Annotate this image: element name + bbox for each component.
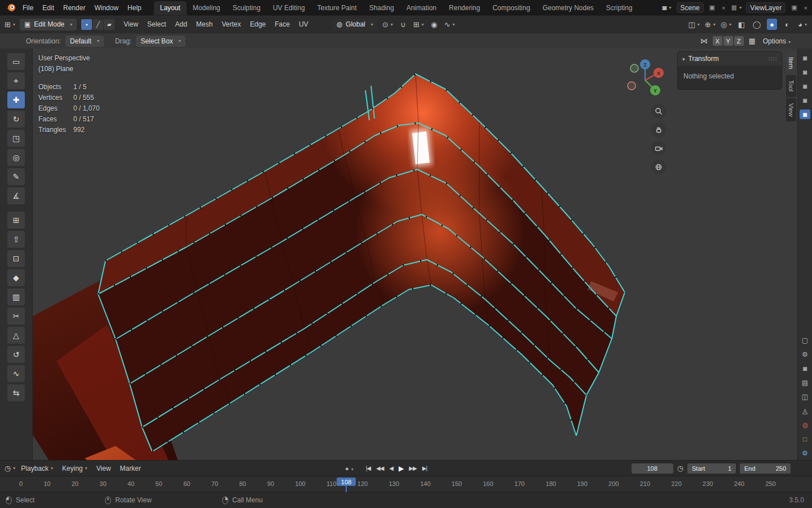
timeline-view-menu[interactable]: View <box>92 462 116 475</box>
show-gizmo-icon[interactable]: ⊕ <box>705 19 716 30</box>
topbar-menu-item[interactable]: Window <box>90 0 123 15</box>
mirror-icon[interactable]: ⋈ <box>699 36 709 47</box>
viewlayer-selector[interactable]: ViewLayer <box>746 2 785 13</box>
rotate-tool[interactable]: ↻ <box>7 111 25 128</box>
workspace-tab[interactable]: Shading <box>363 1 400 15</box>
use-preview-range-icon[interactable]: ◷ <box>677 464 683 472</box>
viewlayer-new-icon[interactable]: ▣ <box>790 4 798 11</box>
viewport-menu-item[interactable]: Vertex <box>217 17 245 31</box>
topbar-menu-item[interactable]: Render <box>59 0 90 15</box>
edge-slide-tool[interactable]: ⇆ <box>7 384 25 401</box>
next-keyframe-button[interactable]: ▶▶ <box>408 465 417 471</box>
timeline-ruler[interactable]: 0102030405060708090100110120130140150160… <box>0 476 812 492</box>
workspace-tab[interactable]: Compositing <box>486 1 536 15</box>
workspace-tab[interactable]: Texture Paint <box>311 1 363 15</box>
sidebar-tab[interactable]: Tool <box>786 75 796 97</box>
scale-tool[interactable]: ◳ <box>7 130 25 147</box>
viewlayer-browse-icon[interactable]: ≣ <box>731 2 742 14</box>
workspace-tab[interactable]: Animation <box>400 1 443 15</box>
toggle-xray-icon[interactable]: ◧ <box>736 19 747 30</box>
shading-solid-icon[interactable]: ● <box>767 19 777 30</box>
restrict-render-icon-4[interactable]: ◙ <box>800 95 810 105</box>
scene-selector[interactable]: Scene <box>677 2 704 13</box>
playhead-frame-badge[interactable]: 108 <box>337 478 356 486</box>
viewport-menu-item[interactable]: Mesh <box>192 17 217 31</box>
viewport-menu-item[interactable]: Select <box>143 17 170 31</box>
transform-pivot-icon[interactable]: ⊙ <box>382 19 393 30</box>
playback-menu[interactable]: Playback <box>16 462 58 475</box>
axis-neg-y-handle[interactable] <box>630 64 638 72</box>
playhead[interactable]: 108 <box>337 478 356 492</box>
show-object-types-icon[interactable]: ◫ <box>688 19 699 30</box>
play-reverse-button[interactable]: ◀ <box>388 465 394 471</box>
navigation-gizmo[interactable]: Z X Y <box>625 54 665 99</box>
jump-to-end-button[interactable]: ▶| <box>421 465 428 471</box>
sidebar-tab[interactable]: View <box>786 98 796 122</box>
pan-button[interactable] <box>651 122 666 137</box>
viewport-canvas[interactable] <box>33 49 797 460</box>
topbar-menu-item[interactable]: File <box>18 0 38 15</box>
bevel-tool[interactable]: ◆ <box>7 269 25 286</box>
active-tool-icon[interactable]: ⚙ <box>800 349 810 359</box>
loop-cut-tool[interactable]: ▥ <box>7 288 25 305</box>
world-properties-icon[interactable]: ◍ <box>800 420 810 430</box>
inset-faces-tool[interactable]: ⊡ <box>7 250 25 267</box>
frame-end-field[interactable]: End 250 <box>740 463 791 474</box>
axis-button[interactable]: Z <box>734 36 744 46</box>
output-properties-icon[interactable]: ▤ <box>800 378 810 387</box>
workspace-tab[interactable]: Scripting <box>600 1 639 15</box>
axis-button[interactable]: Y <box>723 36 733 46</box>
axis-neg-x-handle[interactable] <box>628 82 636 90</box>
scene-browse-icon[interactable]: ◙ <box>662 2 672 14</box>
drag-select[interactable]: Select Box <box>136 36 185 47</box>
move-tool[interactable]: ✚ <box>7 91 25 108</box>
play-button[interactable]: ▶ <box>398 465 404 472</box>
face-select-mode[interactable]: ▰ <box>104 19 114 30</box>
shading-rendered-icon[interactable]: ◕ <box>797 19 807 30</box>
knife-tool[interactable]: ✂ <box>7 308 25 325</box>
viewport-menu-item[interactable]: UV <box>294 17 313 31</box>
sidebar-tab[interactable]: Item <box>786 52 796 74</box>
timeline-editor-type-icon[interactable]: ◷ <box>5 463 15 474</box>
extrude-region-tool[interactable]: ⇧ <box>7 231 25 248</box>
edge-select-mode[interactable]: ╱ <box>92 19 103 30</box>
measure-tool[interactable]: ∡ <box>7 187 25 204</box>
shading-wireframe-icon[interactable]: ◯ <box>752 19 762 30</box>
restrict-render-icon-1[interactable]: ◙ <box>800 53 810 63</box>
view-layer-properties-icon[interactable]: ◫ <box>800 392 810 401</box>
workspace-tab[interactable]: Rendering <box>443 1 486 15</box>
topbar-menu-item[interactable]: Edit <box>38 0 59 15</box>
snap-target-icon[interactable]: ⊞ <box>413 19 424 30</box>
shading-material-icon[interactable]: ◐ <box>782 19 792 30</box>
viewlayer-remove-icon[interactable]: × <box>803 5 809 11</box>
scene-unlink-icon[interactable]: × <box>721 5 726 11</box>
workspace-tab[interactable]: Geometry Nodes <box>536 1 600 15</box>
blender-logo-icon[interactable] <box>3 0 18 15</box>
restrict-render-icon-5[interactable]: ◙ <box>800 110 810 119</box>
viewport-menu-item[interactable]: Add <box>170 17 191 31</box>
marker-menu[interactable]: Marker <box>116 462 145 475</box>
tweak-select-tool[interactable]: ▭ <box>7 53 25 70</box>
restrict-render-icon-2[interactable]: ◙ <box>800 67 810 77</box>
transform-tool[interactable]: ◎ <box>7 149 25 166</box>
zoom-button[interactable] <box>651 104 666 119</box>
keying-menu[interactable]: Keying <box>58 462 92 475</box>
object-properties-icon[interactable]: □ <box>800 434 810 444</box>
scene-new-icon[interactable]: ▣ <box>708 4 716 11</box>
transform-panel-header[interactable]: Transform <box>678 52 782 65</box>
workspace-tab[interactable]: Layout <box>154 1 187 15</box>
workspace-tab[interactable]: Sculpting <box>227 1 267 15</box>
show-overlays-icon[interactable]: ◎ <box>721 19 731 30</box>
snap-magnet-icon[interactable]: ∪ <box>398 19 408 30</box>
restrict-render-icon-3[interactable]: ◙ <box>800 81 810 91</box>
toggle-perspective-button[interactable] <box>651 160 666 174</box>
viewport-menu-item[interactable]: Face <box>270 17 294 31</box>
add-cube-tool[interactable]: ⊞ <box>7 212 25 229</box>
current-frame-field[interactable] <box>632 463 673 474</box>
editor-screen-icon[interactable]: ▢ <box>800 335 810 345</box>
workspace-tab[interactable]: Modeling <box>187 1 227 15</box>
scene-properties-icon[interactable]: ◬ <box>800 406 810 415</box>
jump-to-start-button[interactable]: |◀ <box>365 465 372 471</box>
modifier-properties-icon[interactable]: ⚙ <box>800 448 810 458</box>
viewport-3d[interactable]: User Perspective (108) Plane Objects1 / … <box>33 49 797 460</box>
